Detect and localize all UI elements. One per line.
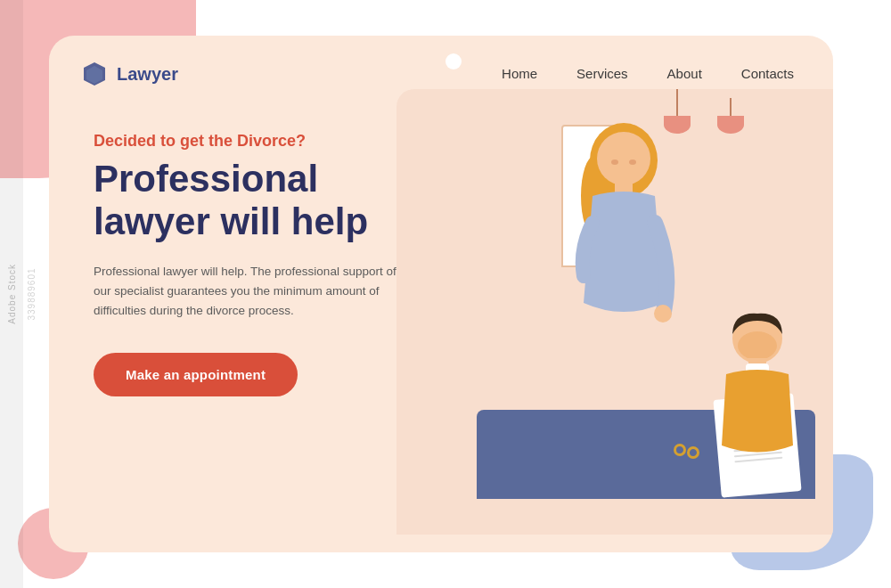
logo[interactable]: Lawyer [81, 61, 178, 87]
watermark-bar: Adobe Stock [0, 0, 23, 588]
logo-text: Lawyer [117, 64, 178, 85]
hero-description: Professional lawyer will help. The profe… [94, 262, 396, 322]
ring-1 [687, 446, 699, 459]
watermark-text: Adobe Stock [7, 264, 17, 324]
hero-section: Decided to get the Divorce? Professional… [49, 87, 833, 396]
stock-number: 339889601 [27, 267, 37, 320]
bg-dot-white [446, 53, 462, 69]
logo-icon [81, 61, 108, 87]
hero-subtitle: Decided to get the Divorce? [94, 132, 833, 151]
main-card: Lawyer Home Services About Contacts Deci… [49, 36, 833, 552]
ring-2 [674, 444, 686, 456]
cta-button[interactable]: Make an appointment [94, 353, 298, 396]
hero-title: Professional lawyer will help [94, 158, 432, 244]
